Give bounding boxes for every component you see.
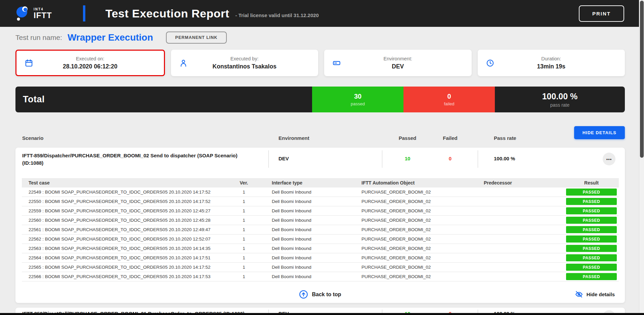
column-version: Ver.	[232, 180, 256, 186]
test-run-row: Test run name: Wrapper Execution PERMANE…	[15, 27, 625, 48]
brand-iftt: IFTT	[34, 11, 52, 19]
test-case-cell: 22560 : BOOMI SOAP_PURCHASEORDER_TO_IDOC…	[22, 218, 232, 223]
scenario-failed: 0	[449, 156, 452, 161]
passed-badge: PASSED	[566, 273, 617, 280]
total-failed-label: failed	[444, 101, 454, 106]
scenario-actions-button[interactable]: •••	[603, 153, 615, 165]
interface-type-cell: Dell Boomi Inbound	[256, 237, 345, 242]
vertical-scrollbar[interactable]	[639, 0, 644, 315]
interface-type-cell: Dell Boomi Inbound	[256, 208, 345, 213]
total-failed-block: 0 failed	[403, 87, 495, 112]
hide-details-button[interactable]: HIDE DETAILS	[574, 126, 625, 139]
scenario-table-header: Scenario Environment Passed Failed Pass …	[15, 126, 625, 142]
interface-type-cell: Dell Boomi Inbound	[256, 274, 345, 279]
test-case-cell: 22562 : BOOMI SOAP_PURCHASEORDER_TO_IDOC…	[22, 237, 232, 242]
card-executed-by: Executed by: Konstantinos Tsakalos	[171, 50, 318, 76]
test-case-row: 22560 : BOOMI SOAP_PURCHASEORDER_TO_IDOC…	[22, 216, 619, 225]
clock-icon	[486, 59, 495, 67]
test-case-cell: 22565 : BOOMI SOAP_PURCHASEORDER_TO_IDOC…	[22, 265, 232, 270]
interface-type-cell: Dell Boomi Inbound	[256, 218, 345, 223]
test-case-cell: 22559 : BOOMI SOAP_PURCHASEORDER_TO_IDOC…	[22, 208, 232, 213]
test-case-row: 22562 : BOOMI SOAP_PURCHASEORDER_TO_IDOC…	[22, 234, 619, 244]
test-case-cell: 22564 : BOOMI SOAP_PURCHASEORDER_TO_IDOC…	[22, 255, 232, 260]
passed-badge: PASSED	[566, 207, 617, 214]
header-divider	[83, 5, 85, 21]
test-case-row: 22550 : BOOMI SOAP_PURCHASEORDER_TO_IDOC…	[22, 197, 619, 206]
calendar-icon	[25, 59, 33, 67]
test-case-row: 22565 : BOOMI SOAP_PURCHASEORDER_TO_IDOC…	[22, 263, 619, 272]
details-table-body: 22549 : BOOMI SOAP_PURCHASEORDER_TO_IDOC…	[22, 188, 619, 281]
total-label: Total	[23, 94, 45, 105]
interface-type-cell: Dell Boomi Inbound	[256, 199, 345, 204]
test-run-label: Test run name:	[15, 34, 62, 42]
version-cell: 1	[232, 208, 256, 213]
scenario-passed: 10	[405, 156, 411, 161]
card-executed-on: Executed on: 28.10.2020 06:12:20	[15, 50, 165, 76]
person-icon	[179, 59, 188, 67]
interface-type-cell: Dell Boomi Inbound	[256, 227, 345, 232]
scrollbar-thumb[interactable]	[640, 1, 644, 158]
passed-badge: PASSED	[566, 245, 617, 252]
automation-object-cell: PURCHASE_ORDER_BOOMI_02	[345, 208, 468, 213]
interface-type-cell: Dell Boomi Inbound	[256, 246, 345, 251]
result-cell: PASSED	[564, 189, 619, 196]
total-failed-count: 0	[447, 93, 451, 100]
column-pass-rate: Pass rate	[494, 135, 516, 141]
passed-badge: PASSED	[566, 254, 617, 261]
permanent-link-button[interactable]: PERMANENT LINK	[166, 32, 227, 44]
card-value: 28.10.2020 06:12:20	[63, 63, 118, 70]
automation-object-cell: PURCHASE_ORDER_BOOMI_02	[345, 265, 468, 270]
result-cell: PASSED	[564, 273, 619, 280]
test-case-row: 22563 : BOOMI SOAP_PURCHASEORDER_TO_IDOC…	[22, 244, 619, 253]
print-button[interactable]: PRINT	[579, 5, 624, 22]
license-note: - Trial license valid until 31.12.2020	[235, 12, 318, 18]
test-case-cell: 22550 : BOOMI SOAP_PURCHASEORDER_TO_IDOC…	[22, 199, 232, 204]
result-cell: PASSED	[564, 198, 619, 205]
test-case-row: 22564 : BOOMI SOAP_PURCHASEORDER_TO_IDOC…	[22, 253, 619, 263]
automation-object-cell: PURCHASE_ORDER_BOOMI_02	[345, 246, 468, 251]
automation-object-cell: PURCHASE_ORDER_BOOMI_02	[345, 237, 468, 242]
column-passed: Passed	[399, 135, 417, 141]
interface-type-cell: Dell Boomi Inbound	[256, 255, 345, 260]
test-case-row: 22566 : BOOMI SOAP_PURCHASEORDER_TO_IDOC…	[22, 272, 619, 281]
passed-badge: PASSED	[566, 189, 617, 196]
card-environment: Environment: DEV	[324, 50, 472, 76]
arrow-up-circle-icon	[299, 290, 308, 299]
taskbar-edge	[0, 313, 644, 315]
result-cell: PASSED	[564, 226, 619, 233]
total-passed-label: passed	[351, 101, 365, 106]
result-cell: PASSED	[564, 254, 619, 261]
card-label: Executed by:	[230, 56, 259, 61]
eye-slash-icon	[575, 290, 583, 299]
server-icon	[332, 59, 341, 67]
app-header: INT4 IFTT Test Execution Report - Trial …	[0, 0, 639, 27]
total-passed-count: 30	[354, 93, 361, 100]
result-cell: PASSED	[564, 264, 619, 271]
test-case-cell: 22563 : BOOMI SOAP_PURCHASEORDER_TO_IDOC…	[22, 246, 232, 251]
version-cell: 1	[232, 255, 256, 260]
result-cell: PASSED	[564, 245, 619, 252]
back-to-top-label: Back to top	[312, 292, 341, 298]
back-to-top-link[interactable]: Back to top	[299, 290, 341, 299]
passed-badge: PASSED	[566, 264, 617, 271]
hide-details-link[interactable]: Hide details	[575, 290, 615, 299]
total-pass-rate-value: 100.00 %	[542, 92, 578, 101]
brand-text: INT4 IFTT	[34, 8, 52, 19]
total-summary-bar: Total 30 passed 0 failed 100.00 % pass r…	[15, 87, 625, 112]
int4-logo-icon	[15, 6, 30, 21]
card-label: Executed on:	[76, 56, 104, 61]
automation-object-cell: PURCHASE_ORDER_BOOMI_02	[345, 218, 468, 223]
card-duration: Duration: 13min 19s	[478, 50, 625, 76]
scenario-environment: DEV	[278, 156, 289, 161]
scenario-name: IFTT-859/Dispatcher/PURCHASE_ORDER_BOOMI…	[22, 152, 251, 167]
panel-footer: Back to top Hide details	[15, 286, 625, 303]
automation-object-cell: PURCHASE_ORDER_BOOMI_02	[345, 255, 468, 260]
result-cell: PASSED	[564, 207, 619, 214]
total-pass-rate-block: 100.00 % pass rate	[495, 87, 625, 112]
passed-badge: PASSED	[566, 198, 617, 205]
test-cases-table: Test case Ver. Interface type IFTT Autom…	[22, 178, 619, 281]
total-pass-rate-label: pass rate	[550, 102, 570, 108]
automation-object-cell: PURCHASE_ORDER_BOOMI_02	[345, 190, 468, 195]
hide-details-label: Hide details	[587, 292, 615, 297]
version-cell: 1	[232, 199, 256, 204]
